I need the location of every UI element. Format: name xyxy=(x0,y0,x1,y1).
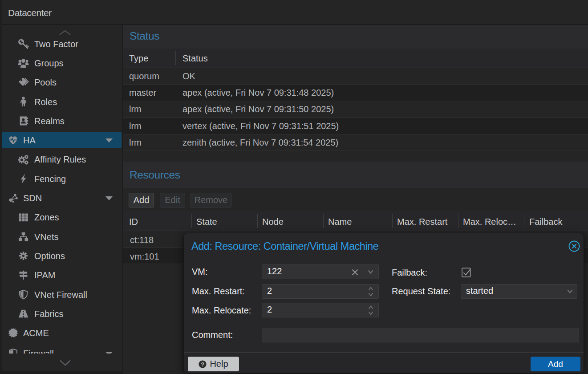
svg-text:?: ? xyxy=(201,361,204,368)
